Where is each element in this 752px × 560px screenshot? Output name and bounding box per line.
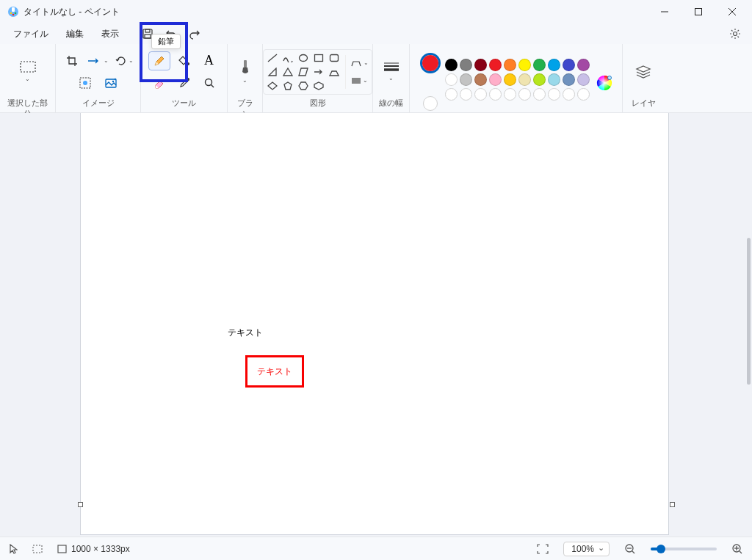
color-palette bbox=[445, 59, 590, 101]
zoom-dropdown[interactable]: 100% bbox=[563, 542, 610, 556]
color-swatch[interactable] bbox=[489, 59, 502, 71]
magnifier-tool[interactable] bbox=[198, 73, 220, 92]
selection-tool[interactable]: ⌄ bbox=[13, 57, 43, 87]
color-swatch-empty[interactable] bbox=[563, 88, 575, 101]
svg-point-3 bbox=[12, 14, 15, 16]
vertical-scrollbar[interactable] bbox=[747, 238, 751, 385]
svg-point-4 bbox=[15, 12, 17, 15]
svg-line-49 bbox=[740, 551, 742, 553]
color-swatch[interactable] bbox=[460, 73, 472, 86]
svg-rect-35 bbox=[352, 78, 361, 84]
svg-line-23 bbox=[268, 54, 277, 62]
color-swatch-empty[interactable] bbox=[489, 88, 502, 101]
svg-rect-11 bbox=[145, 34, 151, 38]
color-swatch[interactable] bbox=[548, 73, 560, 86]
color-swatch[interactable] bbox=[504, 73, 516, 86]
color-picker-tool[interactable] bbox=[173, 73, 195, 92]
selection-size bbox=[32, 545, 43, 553]
maximize-button[interactable] bbox=[682, 0, 715, 23]
shape-fill-button[interactable]: ⌄ bbox=[349, 73, 369, 89]
svg-point-24 bbox=[300, 54, 308, 61]
paint-app-icon bbox=[7, 6, 19, 18]
color-swatch[interactable] bbox=[577, 73, 590, 86]
zoom-in-button[interactable] bbox=[731, 543, 743, 555]
svg-marker-29 bbox=[299, 68, 308, 76]
color-swatch-empty[interactable] bbox=[577, 88, 590, 101]
svg-line-21 bbox=[211, 84, 214, 87]
edit-colors-button[interactable] bbox=[594, 73, 615, 93]
svg-point-20 bbox=[205, 79, 212, 85]
menu-view[interactable]: 表示 bbox=[94, 25, 126, 43]
color-swatch[interactable] bbox=[533, 73, 546, 86]
color-swatch[interactable] bbox=[577, 59, 590, 71]
resize-handle[interactable] bbox=[78, 502, 83, 507]
color-swatch-empty[interactable] bbox=[518, 88, 531, 101]
color-swatch[interactable] bbox=[474, 73, 487, 86]
color-swatch[interactable] bbox=[548, 59, 560, 71]
minimize-button[interactable] bbox=[648, 0, 682, 23]
group-label: 線の幅 bbox=[379, 95, 403, 112]
redo-button[interactable] bbox=[184, 24, 206, 43]
color-swatch-empty[interactable] bbox=[504, 88, 516, 101]
color-swatch[interactable] bbox=[504, 59, 516, 71]
close-button[interactable] bbox=[715, 0, 749, 23]
chevron-down-icon: ⌄ bbox=[242, 77, 247, 84]
color-swatch[interactable] bbox=[563, 59, 575, 71]
zoom-out-button[interactable] bbox=[624, 543, 636, 555]
layers-button[interactable] bbox=[629, 57, 658, 87]
color-swatch[interactable] bbox=[445, 59, 458, 71]
color-swatch[interactable] bbox=[518, 73, 531, 86]
color-primary[interactable] bbox=[420, 53, 441, 73]
remove-background-button[interactable] bbox=[74, 73, 96, 92]
crop-button[interactable] bbox=[61, 51, 83, 70]
text-tool[interactable]: A bbox=[198, 51, 220, 70]
canvas-text: テキスト bbox=[228, 327, 263, 339]
ai-image-button[interactable] bbox=[101, 73, 123, 92]
shapes-palette[interactable] bbox=[266, 52, 341, 92]
menu-file[interactable]: ファイル bbox=[6, 25, 56, 43]
svg-rect-22 bbox=[244, 60, 247, 68]
menu-edit[interactable]: 編集 bbox=[59, 25, 91, 43]
color-swatch-empty[interactable] bbox=[460, 88, 472, 101]
svg-marker-32 bbox=[284, 82, 292, 90]
color-swatch-empty[interactable] bbox=[474, 88, 487, 101]
color-swatch-empty[interactable] bbox=[533, 88, 546, 101]
group-color: 色 bbox=[410, 44, 623, 112]
color-swatch[interactable] bbox=[518, 59, 531, 71]
color-swatch[interactable] bbox=[533, 59, 546, 71]
rotate-button[interactable]: ⌄ bbox=[114, 51, 136, 70]
group-tools: 鉛筆 A ツール bbox=[141, 44, 228, 112]
canvas[interactable]: テキスト テキスト bbox=[81, 113, 668, 534]
color-swatch[interactable] bbox=[474, 59, 487, 71]
fit-screen-button[interactable] bbox=[537, 544, 549, 554]
shape-outline-button[interactable]: ⌄ bbox=[349, 55, 369, 71]
color-secondary[interactable] bbox=[423, 96, 438, 111]
brush-tool[interactable]: ⌄ bbox=[234, 57, 256, 87]
color-swatch[interactable] bbox=[445, 73, 458, 86]
settings-button[interactable] bbox=[724, 23, 746, 44]
resize-handle[interactable] bbox=[670, 502, 675, 507]
svg-rect-10 bbox=[145, 29, 150, 32]
window-title: タイトルなし - ペイント bbox=[24, 6, 120, 18]
color-swatch[interactable] bbox=[460, 59, 472, 71]
svg-point-40 bbox=[608, 76, 612, 79]
eraser-tool[interactable] bbox=[148, 73, 170, 92]
color-swatch[interactable] bbox=[563, 73, 575, 86]
resize-button[interactable]: ⌄ bbox=[87, 51, 109, 70]
svg-rect-1 bbox=[12, 7, 15, 12]
canvas-text-boxed: テキスト bbox=[245, 355, 304, 388]
svg-point-15 bbox=[83, 81, 87, 85]
fill-tool[interactable] bbox=[173, 51, 195, 70]
svg-rect-42 bbox=[58, 545, 66, 553]
pencil-tool[interactable] bbox=[148, 51, 170, 70]
ribbon: ⌄ 選択した部分 ⌄ ⌄ イメージ 鉛筆 A bbox=[0, 44, 752, 113]
cursor-position bbox=[9, 544, 18, 554]
color-swatch-empty[interactable] bbox=[445, 88, 458, 101]
zoom-slider[interactable] bbox=[651, 548, 717, 550]
color-swatch[interactable] bbox=[489, 73, 502, 86]
color-swatch-empty[interactable] bbox=[548, 88, 560, 101]
line-width-button[interactable]: ⌄ bbox=[379, 57, 403, 87]
group-line-width: ⌄ 線の幅 bbox=[373, 44, 410, 112]
svg-point-19 bbox=[187, 78, 189, 80]
group-label: レイヤー bbox=[629, 95, 658, 112]
